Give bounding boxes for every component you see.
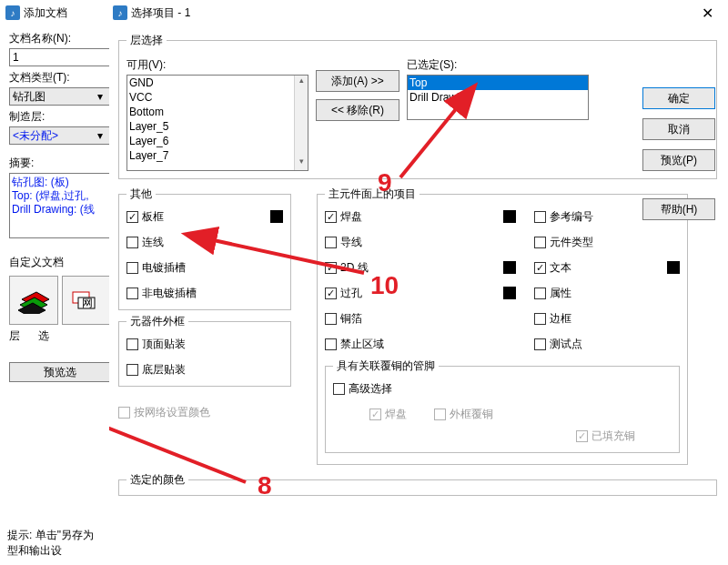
chk-assoc-outer-label: 外框覆铜 xyxy=(450,407,493,422)
chk-assoc-pad-label: 焊盘 xyxy=(385,407,407,422)
select-items-dialog: ♪ 选择项目 - 1 ✕ 层选择 可用(V): GND VCC Bottom L… xyxy=(109,2,726,560)
assoc-copper-legend: 具有关联覆铜的管脚 xyxy=(333,358,439,374)
select-items-title: 选择项目 - 1 xyxy=(131,5,190,21)
chk-assoc-filled: ✓已填充铜 xyxy=(576,427,635,445)
ok-label: 确定 xyxy=(668,91,690,106)
chk-nonplated-slot[interactable]: 非电镀插槽 xyxy=(126,284,283,302)
ok-button[interactable]: 确定 xyxy=(642,87,715,109)
chk-frame[interactable]: ✓板框 xyxy=(126,207,164,226)
other-group: 其他 ✓板框 连线 电镀插槽 非电镀插槽 xyxy=(118,187,291,310)
comp-outline-legend: 元器件外框 xyxy=(126,314,188,329)
chk-lines[interactable]: 连线 xyxy=(126,233,283,251)
preview-label: 预览(P) xyxy=(661,153,697,168)
list-item[interactable]: VCC xyxy=(127,90,308,105)
select-items-titlebar: ♪ 选择项目 - 1 ✕ xyxy=(109,2,726,24)
color-swatch[interactable] xyxy=(270,210,283,223)
doc-name-input[interactable] xyxy=(9,48,111,66)
preview-sel-button[interactable]: 预览选 xyxy=(9,362,111,382)
scrollbar[interactable]: ▴▾ xyxy=(294,76,308,170)
chk-trace[interactable]: 导线 xyxy=(325,233,516,251)
color-swatch[interactable] xyxy=(667,261,680,274)
chk-2dline-label: 2D 线 xyxy=(340,260,369,276)
svg-text:网: 网 xyxy=(82,297,93,309)
help-label: 帮助(H) xyxy=(661,202,698,217)
fab-layer-combo[interactable]: <未分配> ▾ xyxy=(9,126,111,145)
help-button[interactable]: 帮助(H) xyxy=(642,198,715,220)
chk-testpt[interactable]: 测试点 xyxy=(534,335,680,353)
chk-refdes-label: 参考编号 xyxy=(550,209,593,225)
selected-listbox[interactable]: Top Drill Drawing xyxy=(407,75,589,120)
cancel-button[interactable]: 取消 xyxy=(642,118,715,140)
custom-layers-button[interactable] xyxy=(9,276,58,325)
chk-text[interactable]: ✓文本 xyxy=(534,258,571,277)
add-layer-button[interactable]: 添加(A) >> xyxy=(316,70,399,92)
doc-name-label: 文档名称(N): xyxy=(9,31,111,46)
cancel-label: 取消 xyxy=(668,122,690,137)
selected-label: 已选定(S): xyxy=(407,57,589,73)
add-doc-title: 添加文档 xyxy=(24,5,67,21)
doc-type-combo[interactable]: 钻孔图 ▾ xyxy=(9,87,111,106)
chk-top-mount[interactable]: 顶面贴装 xyxy=(126,335,283,353)
layer-select-group: 层选择 可用(V): GND VCC Bottom Layer_5 Layer_… xyxy=(118,33,717,179)
chk-comptype-label: 元件类型 xyxy=(550,235,593,250)
available-listbox[interactable]: GND VCC Bottom Layer_5 Layer_6 Layer_7 ▴… xyxy=(126,75,308,171)
color-swatch[interactable] xyxy=(503,261,516,274)
layers-icon xyxy=(16,287,51,314)
chk-attr[interactable]: 属性 xyxy=(534,284,680,302)
remove-layer-label: << 移除(R) xyxy=(331,103,384,118)
selected-color-group: 选定的颜色 xyxy=(118,472,717,496)
chk-pad[interactable]: ✓焊盘 xyxy=(325,207,362,226)
chk-assoc-pad: ✓焊盘 xyxy=(369,405,407,423)
custom-output-button[interactable]: 网 xyxy=(62,276,111,325)
list-item[interactable]: Layer_7 xyxy=(127,148,308,163)
summary-line: 钻孔图: (板) xyxy=(12,176,108,189)
chk-advanced-label: 高级选择 xyxy=(349,381,392,397)
chk-trace-label: 导线 xyxy=(340,235,362,250)
chk-outline-label: 边框 xyxy=(550,311,571,327)
close-icon[interactable]: ✕ xyxy=(693,5,723,22)
chk-via[interactable]: ✓过孔 xyxy=(325,284,362,302)
list-item[interactable]: Bottom xyxy=(127,105,308,119)
color-swatch[interactable] xyxy=(503,287,516,299)
chevron-down-icon: ▾ xyxy=(93,129,107,142)
options-button-label[interactable]: 选 xyxy=(38,328,49,344)
primary-group: 主元件面上的项目 ✓焊盘 导线 ✓2D 线 ✓过孔 铜箔 禁止区域 参考编号 xyxy=(317,187,688,465)
preview-sel-label: 预览选 xyxy=(44,365,76,380)
app-icon: ♪ xyxy=(113,5,127,20)
fab-layer-value: <未分配> xyxy=(13,128,58,144)
color-swatch[interactable] xyxy=(503,210,516,223)
list-item[interactable]: Drill Drawing xyxy=(408,90,588,105)
chk-plated-slot[interactable]: 电镀插槽 xyxy=(126,258,283,277)
chk-copper[interactable]: 铜箔 xyxy=(325,309,516,328)
chk-bottom-mount[interactable]: 底层贴装 xyxy=(126,360,283,378)
chk-outline[interactable]: 边框 xyxy=(534,309,680,328)
summary-box: 钻孔图: (板) Top: (焊盘,过孔, Drill Drawing: (线 xyxy=(9,173,111,238)
chk-testpt-label: 测试点 xyxy=(550,337,582,352)
layer-select-legend: 层选择 xyxy=(126,33,167,48)
doc-type-value: 钻孔图 xyxy=(13,89,46,105)
list-item[interactable]: GND xyxy=(127,76,308,90)
app-icon: ♪ xyxy=(5,5,20,20)
chk-bottom-mount-label: 底层贴装 xyxy=(142,362,186,378)
remove-layer-button[interactable]: << 移除(R) xyxy=(316,99,399,121)
output-icon: 网 xyxy=(69,287,104,314)
chk-attr-label: 属性 xyxy=(550,286,571,301)
chevron-down-icon: ▾ xyxy=(93,90,107,103)
chk-advanced[interactable]: 高级选择 xyxy=(333,379,392,398)
chk-2dline[interactable]: ✓2D 线 xyxy=(325,258,369,277)
list-item[interactable]: Layer_5 xyxy=(127,119,308,134)
list-item[interactable]: Layer_6 xyxy=(127,134,308,148)
chk-assoc-outer: 外框覆铜 xyxy=(434,405,493,423)
list-item[interactable]: Top xyxy=(408,76,588,90)
chk-comptype[interactable]: 元件类型 xyxy=(534,233,680,251)
chk-frame-label: 板框 xyxy=(142,209,164,225)
other-legend: 其他 xyxy=(126,187,156,202)
chk-plated-slot-label: 电镀插槽 xyxy=(142,260,186,276)
chk-keepout[interactable]: 禁止区域 xyxy=(325,335,516,353)
doc-type-label: 文档类型(T): xyxy=(9,70,111,86)
chk-pad-label: 焊盘 xyxy=(340,209,362,225)
preview-button[interactable]: 预览(P) xyxy=(642,149,715,171)
layer-button-label[interactable]: 层 xyxy=(9,328,20,344)
available-label: 可用(V): xyxy=(126,57,308,73)
chk-via-label: 过孔 xyxy=(340,286,362,301)
